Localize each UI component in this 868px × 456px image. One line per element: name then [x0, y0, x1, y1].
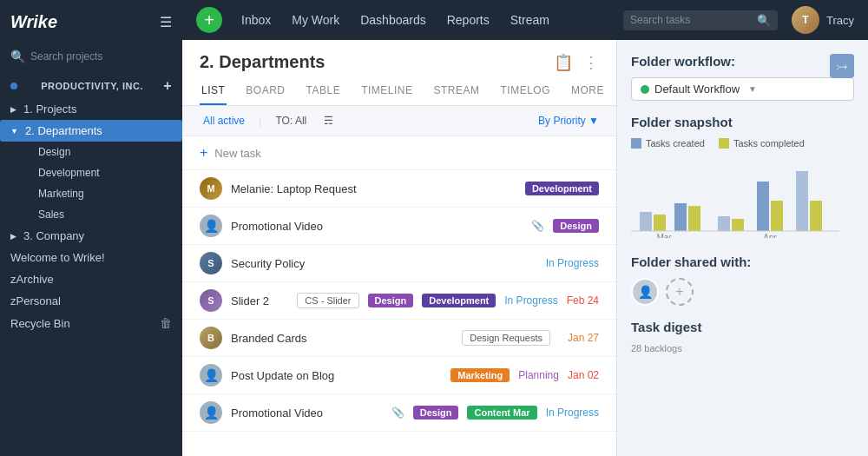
- attachment-icon: 📎: [391, 406, 404, 419]
- digest-section: Task digest 28 backlogs: [631, 320, 854, 354]
- nav-mywork[interactable]: My Work: [283, 8, 348, 32]
- add-task-button[interactable]: +: [196, 7, 222, 33]
- folder-tabs: LIST BOARD TABLE TIMELINE STREAM TIMELOG…: [182, 72, 616, 106]
- sidebar-item-departments[interactable]: ▼ 2. Departments: [0, 120, 182, 142]
- tag-design[interactable]: Design: [368, 294, 414, 307]
- sidebar-item-welcome[interactable]: Welcome to Wrike!: [0, 247, 182, 268]
- shared-section: Folder shared with: 👤 +: [631, 254, 854, 306]
- task-status: Planning: [518, 369, 559, 381]
- legend-completed-dot: [719, 138, 729, 149]
- tab-timeline[interactable]: TIMELINE: [359, 79, 414, 105]
- filter-all-active[interactable]: All active: [200, 113, 248, 129]
- new-task-plus-icon: +: [200, 145, 207, 161]
- tag-development[interactable]: Development: [525, 182, 599, 195]
- arrow-icon: ▶: [10, 232, 16, 241]
- digest-count: 28 backlogs: [631, 343, 854, 354]
- tag-design[interactable]: Design: [553, 219, 599, 233]
- global-search-bar: 🔍: [623, 10, 778, 30]
- sidebar-label-zpersonal: zPersonal: [10, 294, 61, 307]
- global-search-input[interactable]: [630, 14, 752, 26]
- digest-title: Task digest: [631, 320, 854, 334]
- sidebar-label-recycle: Recycle Bin: [10, 317, 70, 330]
- sidebar-label-projects: 1. Projects: [23, 102, 76, 116]
- sidebar-item-projects[interactable]: ▶ 1. Projects: [0, 98, 182, 120]
- avatar: 👤: [200, 215, 222, 237]
- workspace-section: PRODUCTIVITY, INC. + ▶ 1. Projects ▼ 2. …: [0, 69, 182, 340]
- bar-completed-3: [732, 219, 744, 231]
- sort-by-priority[interactable]: By Priority ▼: [538, 115, 599, 127]
- avatar: B: [200, 327, 222, 349]
- filter-bar: All active | TO: All ☴ By Priority ▼: [182, 106, 616, 136]
- shared-avatars: 👤 +: [631, 278, 854, 306]
- chart-label-mar: Mar: [656, 233, 672, 238]
- sidebar: Wrike ☰ 🔍 PRODUCTIVITY, INC. + ▶ 1. Proj…: [0, 0, 182, 456]
- shared-add-button[interactable]: +: [666, 278, 694, 306]
- new-task-row[interactable]: + New task: [182, 136, 616, 170]
- sidebar-item-sales[interactable]: Sales: [31, 204, 182, 225]
- workflow-dropdown[interactable]: Default Workflow ▼: [631, 77, 854, 101]
- bar-chart: Mar Apr: [631, 155, 839, 238]
- sidebar-item-zpersonal[interactable]: zPersonal: [0, 290, 182, 312]
- search-icon: 🔍: [10, 50, 25, 63]
- plus-icon: +: [204, 10, 214, 30]
- tab-list[interactable]: LIST: [200, 79, 227, 105]
- hamburger-icon[interactable]: ☰: [160, 14, 172, 30]
- tab-timelog[interactable]: TIMELOG: [499, 79, 553, 105]
- task-name[interactable]: Promotional Video: [231, 406, 383, 420]
- task-date: Jan 02: [568, 369, 599, 381]
- user-menu[interactable]: T Tracy: [792, 6, 854, 34]
- tab-stream[interactable]: STREAM: [432, 79, 482, 105]
- top-navigation: + Inbox My Work Dashboards Reports Strea…: [182, 0, 868, 40]
- legend-created-dot: [631, 138, 641, 149]
- workspace-add-button[interactable]: +: [163, 78, 172, 94]
- filter-icon[interactable]: ☴: [320, 113, 337, 129]
- task-status: In Progress: [504, 294, 557, 307]
- task-date: Feb 24: [567, 294, 599, 307]
- nav-reports[interactable]: Reports: [438, 8, 498, 32]
- sidebar-header: Wrike ☰: [0, 0, 182, 44]
- rss-button[interactable]: ⧴: [830, 54, 854, 78]
- table-row: 👤 Promotional Video 📎 Design: [182, 208, 616, 245]
- snapshot-title: Folder snapshot: [631, 115, 854, 129]
- tab-table[interactable]: TABLE: [305, 79, 343, 105]
- sidebar-item-design[interactable]: Design: [31, 142, 182, 162]
- sidebar-item-marketing[interactable]: Marketing: [31, 183, 182, 204]
- workflow-title: Folder workflow:: [631, 54, 854, 69]
- tag-design[interactable]: Design: [413, 406, 459, 420]
- folder-copy-icon[interactable]: 📋: [554, 53, 573, 72]
- search-icon: 🔍: [757, 14, 771, 27]
- tag-cs-slider[interactable]: CS - Slider: [297, 293, 358, 308]
- folder-more-icon[interactable]: ⋮: [583, 53, 599, 72]
- task-name[interactable]: Post Update on Blog: [231, 369, 442, 382]
- search-projects-input[interactable]: [30, 50, 172, 63]
- task-status: In Progress: [546, 406, 599, 419]
- bar-completed-1: [654, 215, 666, 231]
- tag-marketing[interactable]: Marketing: [450, 368, 510, 382]
- sidebar-item-zarchive[interactable]: zArchive: [0, 268, 182, 290]
- nav-dashboards[interactable]: Dashboards: [352, 8, 435, 32]
- folder-header: 2. Departments 📋 ⋮: [182, 40, 616, 72]
- task-name[interactable]: Promotional Video: [231, 220, 523, 233]
- tab-more[interactable]: MORE: [569, 79, 606, 105]
- tab-board[interactable]: BOARD: [244, 79, 286, 105]
- tag-design-requests[interactable]: Design Requests: [462, 330, 550, 346]
- tag-development[interactable]: Development: [422, 294, 496, 307]
- sidebar-label-zarchive: zArchive: [10, 273, 54, 286]
- workflow-section: Folder workflow: Default Workflow ▼: [631, 54, 854, 101]
- task-name[interactable]: Slider 2: [231, 294, 288, 307]
- sidebar-item-development[interactable]: Development: [31, 162, 182, 183]
- nav-stream[interactable]: Stream: [502, 8, 558, 32]
- sidebar-label-company: 3. Company: [23, 229, 84, 242]
- filter-to-all[interactable]: TO: All: [272, 113, 310, 129]
- user-name: Tracy: [826, 14, 854, 27]
- sidebar-label-development: Development: [38, 167, 100, 179]
- sidebar-item-recycle[interactable]: Recycle Bin 🗑: [0, 312, 182, 334]
- task-name[interactable]: Melanie: Laptop Request: [231, 182, 516, 195]
- workflow-status-dot: [641, 85, 649, 94]
- nav-inbox[interactable]: Inbox: [233, 8, 279, 32]
- task-name[interactable]: Security Policy: [231, 257, 537, 270]
- task-name[interactable]: Branded Cards: [231, 332, 453, 345]
- tag-content-marketing[interactable]: Content Mar: [467, 406, 536, 420]
- sidebar-item-company[interactable]: ▶ 3. Company: [0, 225, 182, 247]
- shared-user-avatar: 👤: [631, 278, 659, 306]
